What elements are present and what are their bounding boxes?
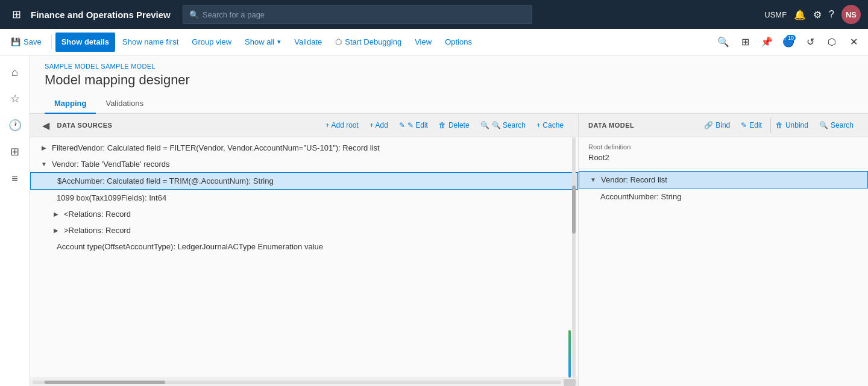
tree-item-selected[interactable]: $AccNumber: Calculated field = TRIM(@.Ac… [30, 172, 578, 190]
link-icon: 🔗 [704, 121, 713, 129]
grid-toolbar-icon[interactable]: ⊞ [735, 33, 755, 52]
top-navigation: ⊞ Finance and Operations Preview 🔍 Searc… [0, 0, 868, 29]
edit-ds-button[interactable]: ✎ ✎ Edit [394, 117, 433, 133]
cache-button[interactable]: + Cache [532, 117, 568, 133]
root-def-label: Root definition [588, 143, 858, 151]
start-debugging-button[interactable]: ⬡ Start Debugging [329, 33, 407, 52]
app-title: Finance and Operations Preview [31, 10, 171, 20]
h-scroll-area [30, 378, 578, 386]
group-view-button[interactable]: Group view [186, 33, 237, 52]
add-root-button[interactable]: + Add root [321, 117, 363, 133]
debug-icon: ⬡ [335, 37, 342, 46]
h-scroll-thumb[interactable] [45, 381, 165, 384]
tree-item[interactable]: ▶ <Relations: Record [30, 206, 578, 222]
search-ds-button[interactable]: 🔍 🔍 Search [476, 117, 530, 133]
save-icon: 💾 [11, 37, 20, 46]
show-details-button[interactable]: Show details [55, 33, 115, 52]
pin-icon[interactable]: 📌 [757, 33, 776, 52]
search-toolbar-icon[interactable]: 🔍 [714, 33, 733, 52]
content-tabs: Mapping Validations [30, 94, 868, 114]
view-button[interactable]: View [409, 33, 438, 52]
refresh-icon[interactable]: ↺ [800, 33, 820, 52]
split-panel: ◀ DATA SOURCES + Add root + Add ✎ ✎ Edit… [30, 114, 868, 386]
global-search[interactable]: 🔍 Search for a page [183, 5, 532, 24]
unbind-icon: 🗑 [776, 121, 783, 129]
page-header: SAMPLE MODEL SAMPLE MODEL Model mapping … [30, 55, 868, 94]
popout-icon[interactable]: ⬡ [822, 33, 841, 52]
add-button[interactable]: + Add [365, 117, 393, 133]
options-button[interactable]: Options [439, 33, 478, 52]
action-toolbar: 💾 Save Show details Show name first Grou… [0, 29, 868, 55]
connection-indicator [568, 330, 571, 378]
bind-button[interactable]: 🔗 Bind [699, 117, 735, 133]
gear-icon[interactable]: ⚙ [813, 9, 822, 20]
main-content-area: SAMPLE MODEL SAMPLE MODEL Model mapping … [30, 55, 868, 386]
save-button[interactable]: 💾 Save [5, 33, 48, 52]
sidebar-workspace-icon[interactable]: ⊞ [3, 140, 27, 164]
scrollbar-track [572, 137, 576, 378]
edit-icon: ✎ [741, 121, 747, 129]
search-placeholder: Search for a page [203, 10, 265, 19]
page-title: Model mapping designer [45, 72, 854, 88]
badge-icon[interactable]: 🔵 10 [779, 33, 798, 52]
question-icon[interactable]: ? [829, 9, 834, 20]
unbind-button[interactable]: 🗑 Unbind [770, 117, 813, 133]
tree-item[interactable]: ▼ Vendor: Table 'VendTable' records [30, 156, 578, 172]
sidebar-recent-icon[interactable]: 🕐 [3, 113, 27, 137]
data-model-toolbar: DATA MODEL 🔗 Bind ✎ Edit 🗑 Unbind 🔍 [579, 114, 868, 137]
expand-icon[interactable]: ▼ [589, 176, 597, 184]
toolbar-separator-1 [51, 35, 52, 49]
expand-icon[interactable]: ▼ [40, 160, 48, 169]
main-layout: ⌂ ☆ 🕐 ⊞ ≡ SAMPLE MODEL SAMPLE MODEL Mode… [0, 55, 868, 386]
show-name-first-button[interactable]: Show name first [116, 33, 184, 52]
sidebar-favorites-icon[interactable]: ☆ [3, 87, 27, 111]
bell-icon[interactable]: 🔔 [794, 9, 806, 20]
dm-tree-item-vendor[interactable]: ▼ Vendor: Record list [579, 171, 868, 188]
validate-button[interactable]: Validate [288, 33, 328, 52]
scroll-corner [564, 379, 576, 386]
expand-icon[interactable]: ▶ [52, 226, 60, 235]
close-icon[interactable]: ✕ [844, 33, 863, 52]
tree-item[interactable]: Account type(OffsetAccountType): LedgerJ… [30, 238, 578, 255]
user-code: USMF [764, 10, 787, 19]
sidebar-home-icon[interactable]: ⌂ [3, 60, 27, 84]
collapse-panel-icon[interactable]: ◀ [40, 119, 52, 131]
data-sources-tree: ▶ FilteredVendor: Calculated field = FIL… [30, 137, 578, 378]
avatar[interactable]: NS [841, 5, 861, 24]
search-dm-icon: 🔍 [819, 121, 828, 129]
show-all-button[interactable]: Show all [239, 33, 287, 52]
edit-dm-button[interactable]: ✎ Edit [736, 117, 767, 133]
tree-item[interactable]: ▶ >Relations: Record [30, 222, 578, 238]
data-model-tree: ▼ Vendor: Record list AccountNumber: Str… [579, 169, 868, 386]
search-icon: 🔍 [189, 10, 199, 19]
toolbar-right-icons: 🔍 ⊞ 📌 🔵 10 ↺ ⬡ ✕ [714, 33, 863, 52]
tab-validations[interactable]: Validations [96, 94, 153, 114]
tree-item[interactable]: ▶ FilteredVendor: Calculated field = FIL… [30, 140, 578, 156]
left-sidebar: ⌂ ☆ 🕐 ⊞ ≡ [0, 55, 30, 386]
root-def-value: Root2 [588, 153, 858, 162]
expand-icon[interactable]: ▶ [52, 210, 60, 219]
scrollbar-thumb[interactable] [572, 185, 576, 234]
root-definition-section: Root definition Root2 [579, 137, 868, 169]
tab-mapping[interactable]: Mapping [45, 94, 96, 114]
grid-icon[interactable]: ⊞ [7, 5, 26, 23]
data-model-title: DATA MODEL [588, 122, 698, 129]
data-sources-toolbar: ◀ DATA SOURCES + Add root + Add ✎ ✎ Edit… [30, 114, 578, 137]
breadcrumb: SAMPLE MODEL SAMPLE MODEL [45, 63, 854, 70]
dm-tree-item-account-number[interactable]: AccountNumber: String [579, 188, 868, 205]
h-scroll-track [33, 381, 561, 384]
delete-button[interactable]: 🗑 Delete [434, 117, 474, 133]
tree-item[interactable]: 1099 box(Tax1099Fields): Int64 [30, 190, 578, 206]
search-dm-button[interactable]: 🔍 Search [814, 117, 858, 133]
expand-icon[interactable]: ▶ [40, 144, 48, 152]
sidebar-list-icon[interactable]: ≡ [3, 166, 27, 190]
data-sources-panel: ◀ DATA SOURCES + Add root + Add ✎ ✎ Edit… [30, 114, 579, 386]
nav-right-area: USMF 🔔 ⚙ ? NS [764, 5, 861, 24]
data-model-panel: DATA MODEL 🔗 Bind ✎ Edit 🗑 Unbind 🔍 [579, 114, 868, 386]
data-sources-title: DATA SOURCES [57, 122, 319, 129]
